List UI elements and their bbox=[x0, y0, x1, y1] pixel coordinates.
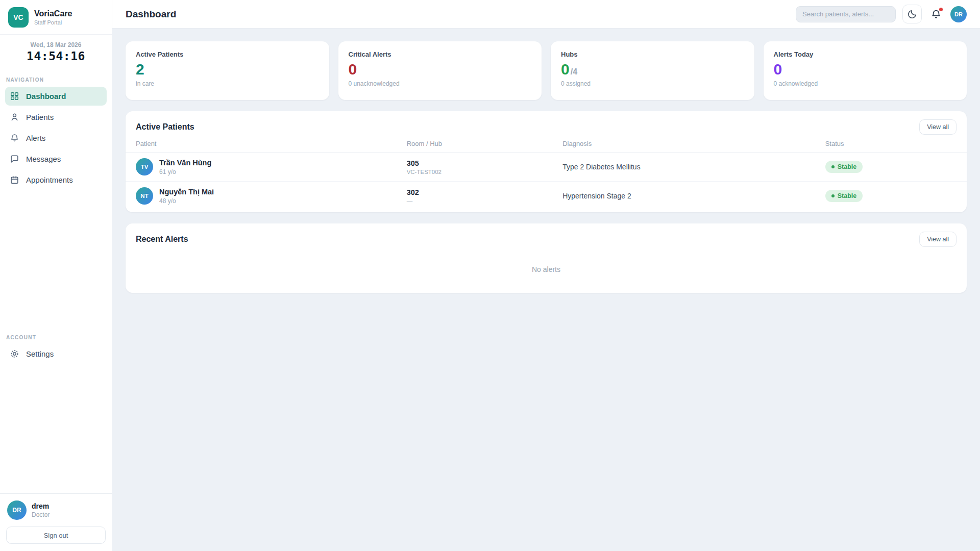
notifications-button[interactable] bbox=[928, 6, 944, 22]
sidebar-item-icon bbox=[10, 133, 19, 143]
patient-avatar: TV bbox=[136, 158, 153, 176]
notification-badge bbox=[939, 8, 943, 11]
topbar: Dashboard DR bbox=[112, 0, 980, 29]
stat-card: Alerts Today 0 0 acknowledged bbox=[764, 41, 967, 100]
patient-age: 48 y/o bbox=[159, 197, 214, 205]
topbar-actions: DR bbox=[796, 5, 967, 23]
stat-value: 2 bbox=[136, 61, 144, 78]
patient-room: 305 bbox=[407, 159, 563, 167]
sidebar-item[interactable]: Dashboard bbox=[5, 87, 107, 106]
stat-label: Hubs bbox=[561, 51, 744, 58]
stat-value: 0 bbox=[349, 61, 357, 78]
sidebar-item-icon bbox=[10, 91, 19, 101]
status-label: Stable bbox=[838, 163, 857, 170]
patient-hub: VC-TEST002 bbox=[407, 169, 563, 175]
clock: Wed, 18 Mar 2026 14:54:16 bbox=[0, 35, 112, 68]
view-all-alerts-button[interactable]: View all bbox=[919, 232, 957, 247]
user-row: DR drem Doctor bbox=[6, 500, 106, 520]
status-badge: Stable bbox=[825, 161, 863, 173]
column-header-diagnosis: Diagnosis bbox=[562, 140, 825, 147]
brand-name: VoriaCare bbox=[34, 9, 72, 18]
sign-out-button[interactable]: Sign out bbox=[6, 527, 106, 544]
brand-subtitle: Staff Portal bbox=[34, 19, 72, 26]
table-row[interactable]: NT Nguyễn Thị Mai 48 y/o 302 — Hyperten bbox=[126, 182, 967, 210]
topbar-avatar[interactable]: DR bbox=[950, 6, 967, 22]
sidebar-item-settings[interactable]: Settings bbox=[5, 344, 107, 363]
recent-alerts-panel: Recent Alerts View all No alerts bbox=[126, 223, 967, 293]
sidebar-item-label: Alerts bbox=[26, 134, 45, 142]
brand: VC VoriaCare Staff Portal bbox=[0, 0, 112, 35]
nav-section-label: Navigation bbox=[0, 68, 112, 87]
stat-label: Active Patients bbox=[136, 51, 319, 58]
dashboard-content: Active Patients 2 in care Critical Alert… bbox=[112, 29, 980, 306]
brand-logo: VC bbox=[8, 7, 29, 28]
sidebar-item[interactable]: Messages bbox=[5, 149, 107, 168]
stat-value: 0 bbox=[774, 61, 782, 78]
panel-title: Recent Alerts bbox=[136, 235, 188, 244]
status-label: Stable bbox=[838, 192, 857, 199]
stat-value-suffix: /4 bbox=[571, 67, 577, 77]
status-dot-icon bbox=[831, 165, 835, 168]
stat-label: Critical Alerts bbox=[349, 51, 532, 58]
stat-card: Critical Alerts 0 0 unacknowledged bbox=[338, 41, 542, 100]
user-avatar: DR bbox=[7, 500, 27, 520]
column-header-patient: Patient bbox=[136, 140, 407, 147]
sidebar-item-label: Settings bbox=[26, 349, 54, 358]
stat-card: Hubs 0 /4 0 assigned bbox=[551, 41, 754, 100]
main-area: Dashboard DR Active Patients bbox=[112, 0, 980, 551]
panel-title: Active Patients bbox=[136, 122, 194, 132]
sidebar-item-label: Messages bbox=[26, 155, 61, 163]
sidebar-item-icon bbox=[10, 175, 19, 185]
app-root: VC VoriaCare Staff Portal Wed, 18 Mar 20… bbox=[0, 0, 980, 551]
moon-icon bbox=[907, 9, 917, 19]
column-header-room-hub: Room / Hub bbox=[407, 140, 563, 147]
patient-diagnosis: Hypertension Stage 2 bbox=[562, 192, 825, 200]
sidebar-nav: Dashboard Patients Alerts Messages bbox=[0, 87, 112, 191]
patient-avatar: NT bbox=[136, 187, 153, 205]
patients-table: Patient Room / Hub Diagnosis Status TV T… bbox=[126, 140, 967, 212]
status-dot-icon bbox=[831, 194, 835, 197]
dark-mode-toggle-button[interactable] bbox=[902, 5, 922, 23]
sidebar-item[interactable]: Appointments bbox=[5, 170, 107, 189]
sidebar-item-label: Dashboard bbox=[26, 92, 66, 101]
patient-diagnosis: Type 2 Diabetes Mellitus bbox=[562, 163, 825, 171]
stat-subtext: 0 unacknowledged bbox=[349, 80, 532, 87]
stat-label: Alerts Today bbox=[774, 51, 957, 58]
patient-room: 302 bbox=[407, 188, 563, 196]
sidebar-item[interactable]: Patients bbox=[5, 108, 107, 127]
stat-subtext: in care bbox=[136, 80, 319, 87]
table-header-row: Patient Room / Hub Diagnosis Status bbox=[126, 140, 967, 153]
account-section-label: Account bbox=[0, 325, 112, 344]
clock-time: 14:54:16 bbox=[0, 49, 112, 63]
sidebar-item-label: Patients bbox=[26, 113, 54, 121]
user-role: Doctor bbox=[32, 511, 50, 518]
stat-value: 0 bbox=[561, 61, 570, 78]
status-badge: Stable bbox=[825, 190, 863, 202]
patient-age: 61 y/o bbox=[159, 168, 211, 176]
stat-subtext: 0 assigned bbox=[561, 80, 744, 87]
stats-row: Active Patients 2 in care Critical Alert… bbox=[126, 41, 967, 100]
patient-name: Nguyễn Thị Mai bbox=[159, 188, 214, 196]
sidebar-item-icon bbox=[10, 112, 19, 122]
stat-subtext: 0 acknowledged bbox=[774, 80, 957, 87]
table-row[interactable]: TV Trần Văn Hùng 61 y/o 305 VC-TEST002 bbox=[126, 153, 967, 182]
patient-name: Trần Văn Hùng bbox=[159, 159, 211, 167]
sidebar-item-icon bbox=[10, 154, 19, 164]
sidebar-item[interactable]: Alerts bbox=[5, 129, 107, 147]
sidebar: VC VoriaCare Staff Portal Wed, 18 Mar 20… bbox=[0, 0, 112, 551]
user-name: drem bbox=[32, 502, 50, 510]
column-header-status: Status bbox=[825, 140, 957, 147]
gear-icon bbox=[10, 349, 19, 359]
search-input[interactable] bbox=[796, 6, 896, 22]
view-all-patients-button[interactable]: View all bbox=[919, 119, 957, 135]
stat-card: Active Patients 2 in care bbox=[126, 41, 329, 100]
page-title: Dashboard bbox=[126, 9, 176, 20]
sidebar-item-label: Appointments bbox=[26, 176, 73, 184]
patient-hub: — bbox=[407, 198, 563, 204]
active-patients-panel: Active Patients View all Patient Room / … bbox=[126, 111, 967, 212]
no-alerts-message: No alerts bbox=[126, 252, 967, 293]
clock-date: Wed, 18 Mar 2026 bbox=[0, 41, 112, 48]
sidebar-user-block: DR drem Doctor Sign out bbox=[0, 493, 112, 551]
